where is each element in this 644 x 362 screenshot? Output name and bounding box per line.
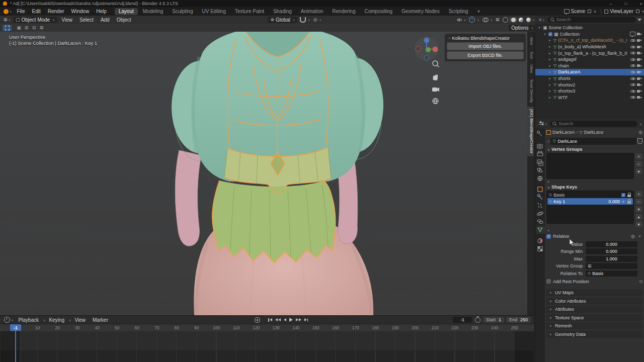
section-texture-space[interactable]: ▸Texture Space — [546, 314, 642, 321]
props-tab-particles[interactable] — [538, 203, 542, 208]
section-geometry-data[interactable]: ▸Geometry Data — [546, 331, 642, 338]
shape-key-basis[interactable]: ◇ Basis ✓ — [547, 192, 633, 198]
disable-render-toggle[interactable] — [637, 95, 642, 100]
active-tool-select-box-button[interactable] — [3, 25, 12, 31]
zoom-icon[interactable] — [433, 61, 439, 67]
disable-render-toggle[interactable] — [637, 38, 642, 43]
shape-key-enable-checkbox[interactable]: ✓ — [621, 200, 625, 204]
menu-add[interactable]: Add — [97, 17, 113, 23]
hide-viewport-toggle[interactable] — [630, 57, 635, 62]
menu-view[interactable]: View — [58, 17, 76, 23]
props-tab-physics[interactable] — [537, 211, 543, 216]
disable-render-toggle[interactable] — [637, 76, 642, 81]
pin-id-icon[interactable]: ◎ — [638, 130, 642, 135]
props-tab-viewlayer[interactable] — [537, 160, 543, 165]
list-filter-toggle[interactable]: ▸ — [546, 228, 642, 232]
options-dropdown[interactable]: Options∨ — [509, 25, 536, 31]
shading-solid-button[interactable] — [510, 18, 517, 22]
workspace-tab-modeling[interactable]: Modeling — [139, 8, 168, 15]
props-tab-scene[interactable] — [537, 168, 542, 172]
expand-icon[interactable]: ▸ — [548, 96, 552, 100]
menu-marker[interactable]: Marker — [89, 317, 112, 323]
jump-to-start-button[interactable] — [267, 318, 274, 322]
remove-vertex-group-button[interactable]: − — [635, 160, 643, 167]
import-obj-button[interactable]: Import OBJ files. — [447, 42, 524, 50]
gizmo-y-axis[interactable] — [426, 47, 431, 52]
jump-next-keyframe-button[interactable] — [294, 318, 303, 321]
outliner-search[interactable] — [548, 17, 636, 23]
properties-options-dropdown[interactable]: ∨ — [640, 122, 642, 126]
timeline-editor-type-button[interactable]: ∨ — [3, 317, 15, 323]
hide-viewport-toggle[interactable] — [630, 69, 635, 74]
current-frame-field[interactable]: -1 — [453, 317, 472, 323]
collection-checkbox[interactable]: ✓ — [548, 32, 552, 36]
viewport-3d-canvas[interactable]: User Perspective (-1) Scene Collection |… — [0, 32, 527, 315]
editor-type-button[interactable]: ⊞∨ — [2, 17, 12, 22]
filter-icon[interactable] — [637, 19, 641, 21]
remove-viewlayer-icon[interactable]: × — [642, 9, 644, 14]
move-shape-key-up-button[interactable]: ▴ — [635, 213, 643, 220]
outliner-search-input[interactable] — [556, 17, 633, 22]
props-tab-material[interactable] — [538, 239, 542, 243]
tab-tool[interactable]: Tool — [527, 49, 534, 61]
expand-icon[interactable]: ▸ — [548, 51, 552, 55]
range-max-field[interactable]: 1.000 — [586, 256, 637, 262]
outliner-row-scene-collection[interactable]: ▾ ▣ Scene Collection — [535, 25, 644, 31]
outliner-row-collection[interactable]: ▾ ✓ ▦ Collection — [535, 31, 644, 38]
menu-view-timeline[interactable]: View — [71, 317, 89, 323]
mesh-name-field[interactable]: ▽ DarkLace — [550, 138, 636, 145]
menu-select[interactable]: Select — [76, 17, 97, 23]
orientation-dropdown[interactable]: ⊕Global∨ — [268, 17, 297, 23]
window-maximize-button[interactable]: □ — [620, 2, 632, 6]
scene-name[interactable]: Scene — [571, 9, 585, 14]
expand-icon[interactable]: ∨ — [547, 139, 549, 143]
select-mode-subtract-button[interactable]: ⊟ — [31, 25, 37, 30]
proportional-edit-toggle[interactable]: ◎∨ — [312, 17, 323, 22]
gizmo-x-neg-axis[interactable] — [416, 46, 421, 51]
section-attributes[interactable]: ▸Attributes — [546, 306, 642, 313]
outliner-item-selected[interactable]: ▸ ▽ DarkLaceA — [535, 69, 644, 75]
breadcrumb-data[interactable]: DarkLace — [584, 130, 604, 135]
shape-key-enable-checkbox[interactable]: ✓ — [621, 193, 625, 197]
camera-view-icon[interactable] — [432, 87, 439, 92]
tab-texel-density[interactable]: Texel Density — [527, 76, 534, 106]
expand-icon[interactable]: ▸ — [548, 45, 552, 49]
shading-material-button[interactable] — [517, 18, 525, 22]
menu-object[interactable]: Object — [113, 17, 135, 23]
expand-icon[interactable]: ▸ — [548, 89, 552, 93]
outliner-item[interactable]: ▸ ▽ shortsv3 — [535, 88, 644, 95]
add-rest-position-checkbox[interactable] — [546, 279, 551, 284]
select-mode-intersect-button[interactable]: ⊠ — [38, 25, 45, 30]
value-field[interactable]: 0.000 — [586, 241, 637, 247]
hide-viewport-toggle[interactable] — [630, 44, 635, 49]
hide-viewport-toggle[interactable] — [630, 82, 635, 87]
outliner-item[interactable]: ▸ ▽ (o_top_flank_a - (o_top_flank_b_0)) … — [535, 50, 644, 56]
add-vertex-group-button[interactable]: + — [635, 153, 643, 160]
timeline-track[interactable] — [0, 331, 534, 362]
expand-icon[interactable]: ▸ — [548, 57, 552, 61]
properties-editor-type-button[interactable]: ∨ — [537, 122, 548, 126]
timeline-body[interactable]: 10 20 30 40 50 60 70 80 90 100 110 120 1… — [0, 324, 534, 362]
disable-render-toggle[interactable] — [637, 57, 642, 62]
timeline-ruler[interactable]: 10 20 30 40 50 60 70 80 90 100 110 120 1… — [0, 324, 534, 332]
overlays-toggle[interactable]: ∨ — [481, 18, 494, 22]
props-tab-texture[interactable] — [538, 247, 542, 251]
expand-icon[interactable]: ▸ — [548, 38, 552, 42]
hide-viewport-toggle[interactable] — [630, 76, 635, 81]
properties-search[interactable] — [550, 121, 637, 127]
hide-viewport-toggle[interactable] — [630, 51, 635, 56]
disable-render-toggle[interactable] — [637, 69, 642, 74]
outliner-item[interactable]: ▸ ▽ (o_body_a) WholeMesh — [535, 44, 644, 50]
mode-dropdown[interactable]: ▢Object Mode∨ — [13, 17, 57, 23]
shape-key-specials-button[interactable]: ▾ — [635, 206, 643, 213]
animate-decorator-icon[interactable] — [639, 280, 642, 283]
blender-menu-button[interactable]: ∨ — [2, 9, 13, 14]
hide-viewport-toggle[interactable] — [630, 32, 635, 36]
expand-icon[interactable]: ▸ — [548, 83, 552, 87]
use-preview-range-toggle[interactable] — [473, 317, 482, 323]
section-shape-keys[interactable]: ∨Shape Keys — [546, 184, 642, 191]
props-tab-tool[interactable] — [537, 131, 542, 136]
add-shape-key-button[interactable]: + — [635, 191, 643, 198]
props-tab-output[interactable] — [537, 151, 543, 156]
shading-rendered-button[interactable]: ∨ — [525, 18, 536, 22]
